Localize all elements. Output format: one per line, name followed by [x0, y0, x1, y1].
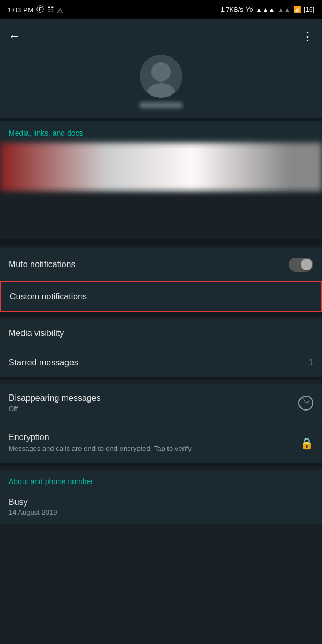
profile-section: [0, 54, 322, 118]
svg-point-0: [151, 62, 171, 82]
section-divider-5: [0, 463, 322, 466]
signal-icon: ▲▲▲: [256, 6, 275, 13]
avatar: [140, 55, 182, 98]
timer-hand-minute: [306, 401, 310, 404]
avatar-container: [140, 55, 182, 108]
starred-count-badge: 1: [309, 358, 313, 368]
wifi-icon: 📶: [293, 6, 301, 13]
about-status-value: Busy: [9, 497, 313, 507]
section-divider-4: [0, 377, 322, 380]
about-status-item[interactable]: Busy 14 August 2019: [9, 491, 313, 524]
timer-icon: [298, 396, 313, 411]
media-visibility-left: Media visibility: [9, 328, 64, 338]
disappearing-encryption-section: Disappearing messages Off Encryption Mes…: [0, 384, 322, 463]
mute-notifications-left: Mute notifications: [9, 260, 76, 269]
about-section: About and phone number Busy 14 August 20…: [0, 470, 322, 524]
media-strip[interactable]: [0, 143, 322, 191]
speed-display: 1.7KB/s: [221, 6, 243, 13]
disappearing-icon-container: [298, 396, 313, 411]
disappearing-messages-left: Disappearing messages Off: [9, 393, 101, 413]
media-section: Media, links, and docs: [0, 121, 322, 191]
more-options-button[interactable]: ⋮: [302, 31, 313, 42]
toggle-knob: [301, 259, 312, 270]
disappearing-messages-status: Off: [9, 405, 101, 413]
mute-toggle-container[interactable]: [289, 258, 313, 272]
status-bar: 1:03 PM Ⓕ ☷ △ 1.7KB/s Yo ▲▲▲ ▲▲ 📶 [16]: [0, 0, 322, 19]
custom-notifications-item[interactable]: Custom notifications: [0, 281, 322, 312]
about-status-date: 14 August 2019: [9, 508, 313, 516]
header-bar: ← ⋮: [0, 19, 322, 54]
media-starred-section: Media visibility Starred messages 1: [0, 319, 322, 377]
media-visibility-item[interactable]: Media visibility: [0, 319, 322, 348]
starred-count-container: 1: [309, 358, 313, 368]
media-visibility-label: Media visibility: [9, 328, 64, 338]
battery-display: [16]: [304, 6, 314, 13]
starred-messages-label: Starred messages: [9, 358, 78, 368]
mute-section: Mute notifications: [0, 248, 322, 281]
contact-name-blurred: [140, 102, 182, 108]
lock-icon: 🔒: [300, 437, 313, 450]
svg-point-1: [146, 83, 176, 98]
section-divider-2: [0, 239, 322, 245]
status-right: 1.7KB/s Yo ▲▲▲ ▲▲ 📶 [16]: [221, 6, 314, 13]
facebook-icon: Ⓕ: [36, 5, 44, 14]
mute-notifications-label: Mute notifications: [9, 260, 76, 269]
avatar-svg: [140, 55, 182, 98]
encryption-label: Encryption: [9, 433, 193, 442]
encryption-item[interactable]: Encryption Messages and calls are end-to…: [0, 423, 322, 463]
back-button[interactable]: ←: [9, 31, 20, 42]
time-display: 1:03 PM: [8, 6, 33, 14]
encryption-left: Encryption Messages and calls are end-to…: [9, 433, 193, 453]
grid-icon: ☷: [47, 5, 54, 14]
custom-notifications-label: Custom notifications: [10, 292, 87, 302]
network-icon: Yo: [246, 6, 253, 13]
status-left: 1:03 PM Ⓕ ☷ △: [8, 5, 63, 14]
about-section-title: About and phone number: [9, 477, 313, 486]
signal2-icon: ▲▲: [277, 6, 290, 13]
cloud-icon: △: [57, 6, 63, 14]
disappearing-messages-item[interactable]: Disappearing messages Off: [0, 384, 322, 423]
starred-messages-item[interactable]: Starred messages 1: [0, 348, 322, 377]
encryption-description: Messages and calls are end-to-end encryp…: [9, 444, 193, 453]
section-divider-3: [0, 312, 322, 316]
mute-toggle[interactable]: [289, 258, 313, 272]
media-section-title: Media, links, and docs: [9, 129, 313, 137]
lock-icon-container: 🔒: [300, 437, 313, 450]
starred-messages-left: Starred messages: [9, 358, 78, 368]
disappearing-messages-label: Disappearing messages: [9, 393, 101, 403]
mute-notifications-item[interactable]: Mute notifications: [0, 248, 322, 281]
